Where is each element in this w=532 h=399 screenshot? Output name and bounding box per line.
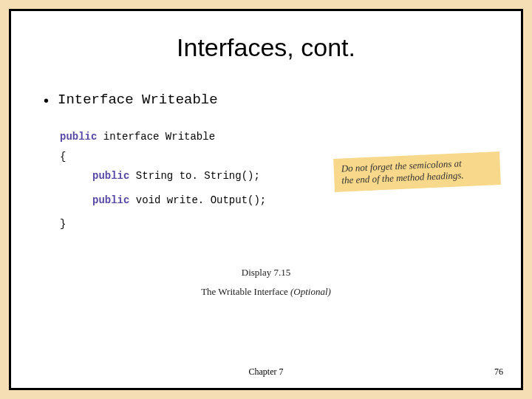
- interface-name: Writable: [166, 131, 215, 143]
- caption-optional: (Optional): [290, 286, 331, 297]
- bullet-text: Interface Writeable: [58, 92, 218, 108]
- footer-chapter: Chapter 7: [249, 366, 284, 378]
- keyword-public: public: [92, 170, 129, 182]
- footer-page-number: 76: [494, 366, 503, 378]
- slide-footer: Chapter 7 76: [11, 366, 521, 378]
- keyword-public: public: [92, 194, 129, 206]
- bullet-marker: •: [44, 92, 49, 109]
- method-name: write. Output();: [167, 194, 266, 206]
- slide-title: Interfaces, cont.: [39, 33, 493, 62]
- caption-main: The Writable Interface: [201, 286, 290, 297]
- display-number: Display 7.15: [39, 267, 493, 279]
- code-block: public interface Writable { public Strin…: [60, 127, 493, 234]
- bullet-name: Writeable: [142, 92, 218, 108]
- bullet-prefix: Interface: [58, 92, 142, 108]
- code-line-5: }: [60, 214, 493, 234]
- code-line-1: public interface Writable: [60, 127, 493, 147]
- bullet-item: • Interface Writeable: [44, 92, 493, 109]
- code-text: interface: [97, 131, 165, 143]
- keyword-public: public: [60, 131, 97, 143]
- code-line-4: public void write. Output();: [60, 191, 493, 211]
- code-text: void: [129, 194, 166, 206]
- code-text: String to. String();: [129, 170, 259, 182]
- figure-caption: Display 7.15 The Writable Interface (Opt…: [39, 267, 493, 298]
- slide-frame: Interfaces, cont. • Interface Writeable …: [9, 9, 523, 390]
